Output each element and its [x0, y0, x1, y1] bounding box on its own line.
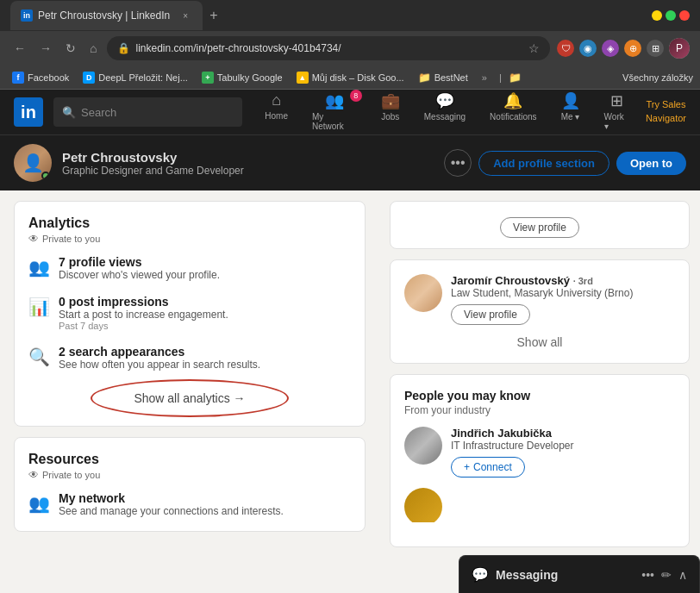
jindrich-avatar-image — [404, 427, 442, 465]
resources-network-item[interactable]: 👥 My network See and manage your connect… — [28, 491, 351, 517]
nav-item-notifications[interactable]: 🔔 Notifications — [478, 90, 548, 138]
jaromir-info: Jaromír Chroustovský · 3rd Law Student, … — [451, 274, 675, 325]
bookmark-facebook-label: Facebook — [28, 72, 69, 83]
messaging-icon: 💬 — [435, 91, 454, 110]
my-network-label: My network — [59, 491, 284, 505]
messaging-more-icon[interactable]: ••• — [641, 568, 654, 582]
home-button[interactable]: ⌂ — [86, 38, 100, 59]
post-impressions-sub: Past 7 days — [59, 321, 228, 331]
ext-icon-1[interactable]: 🛡 — [557, 40, 574, 57]
nav-item-me[interactable]: 👤 Me ▾ — [549, 90, 592, 138]
bookmark-sheets[interactable]: + Tabulky Google — [197, 70, 288, 85]
jindrich-avatar — [404, 427, 442, 465]
messaging-compose-icon[interactable]: ✏ — [661, 568, 672, 582]
linkedin-nav: in 🔍 Search ⌂ Home 👥 My Network 8 💼 Jo — [0, 90, 700, 134]
bookmark-deepl[interactable]: D DeepL Přeložit: Nej... — [78, 70, 193, 85]
nav-label-notifications: Notifications — [490, 112, 536, 122]
ext-icon-4[interactable]: ⊕ — [624, 40, 641, 57]
linkedin-logo: in — [14, 97, 43, 127]
bookmark-sheets-label: Tabulky Google — [217, 72, 283, 83]
bookmark-star-icon[interactable]: ☆ — [528, 41, 540, 55]
ext-icon-5[interactable]: ⊞ — [647, 40, 664, 57]
all-bookmarks-label[interactable]: Všechny záložky — [622, 72, 693, 83]
messaging-bar-icon: 💬 — [472, 566, 489, 583]
messaging-collapse-icon[interactable]: ∧ — [678, 568, 687, 582]
ext-icon-2[interactable]: ◉ — [579, 40, 597, 57]
nav-item-home[interactable]: ⌂ Home — [253, 90, 300, 138]
show-all-button[interactable]: Show all — [404, 335, 675, 349]
jindrich-info: Jindřich Jakubička IT Infrastructure Dev… — [451, 427, 675, 478]
view-profile-top-button[interactable]: View profile — [500, 217, 579, 238]
jindrich-name: Jindřich Jakubička — [451, 427, 675, 440]
network-badge: 8 — [350, 90, 362, 102]
jaromir-title: Law Student, Masaryk University (Brno) — [451, 287, 675, 299]
back-button[interactable]: ← — [10, 38, 29, 59]
post-impressions-count: 0 post impressions — [59, 295, 228, 309]
open-to-button[interactable]: Open to — [616, 152, 686, 175]
profile-views-icon: 👥 — [28, 257, 50, 278]
nav-label-home: Home — [265, 111, 288, 121]
ext-icon-3[interactable]: ◈ — [602, 40, 619, 57]
tab-add-button[interactable]: + — [209, 8, 217, 23]
url-bar[interactable]: 🔒 linkedin.com/in/petr-chroustovsky-401b… — [107, 36, 550, 60]
search-appearances-icon: 🔍 — [28, 346, 50, 367]
sheets-favicon: + — [202, 72, 214, 84]
jaromir-name: Jaromír Chroustovský · 3rd — [451, 274, 675, 287]
view-profile-top-card: View profile — [390, 201, 690, 249]
url-text: linkedin.com/in/petr-chroustovsky-401b47… — [135, 42, 523, 54]
network-icon: 👥 — [325, 91, 344, 110]
profile-name: Petr Chroustovsky — [62, 150, 434, 165]
people-from-industry: From your industry — [404, 404, 675, 416]
tab-favicon: in — [21, 9, 33, 22]
search-icon: 🔍 — [62, 106, 76, 119]
linkedin-page: in 🔍 Search ⌂ Home 👥 My Network 8 💼 Jo — [0, 90, 700, 593]
resources-eye-icon: 👁 — [28, 469, 39, 481]
deepl-favicon: D — [83, 72, 95, 84]
forward-button[interactable]: → — [36, 38, 55, 59]
minimize-button[interactable] — [652, 10, 662, 21]
search-bar[interactable]: 🔍 Search — [53, 97, 242, 127]
partial-info — [451, 488, 675, 501]
analytics-search-appearances[interactable]: 🔍 2 search appearances See how often you… — [28, 345, 351, 371]
bookmark-drive[interactable]: ▲ Můj disk – Disk Goo... — [291, 70, 409, 85]
profile-views-count: 7 profile views — [59, 255, 220, 269]
nav-item-work[interactable]: ⊞ Work ▾ — [592, 90, 642, 138]
nav-item-network[interactable]: 👥 My Network 8 — [300, 90, 369, 138]
messaging-actions: ••• ✏ ∧ — [641, 568, 687, 582]
close-button[interactable] — [679, 10, 690, 21]
more-button[interactable]: ••• — [444, 149, 472, 177]
partial-avatar — [404, 488, 442, 522]
lock-icon: 🔒 — [117, 42, 130, 54]
drive-favicon: ▲ — [297, 72, 309, 84]
messaging-bar-label: Messaging — [496, 568, 634, 582]
jindrich-connect-button[interactable]: + Connect — [451, 457, 525, 478]
extension-icons: 🛡 ◉ ◈ ⊕ ⊞ P — [557, 38, 690, 59]
profile-actions: ••• Add profile section Open to — [444, 149, 686, 177]
partial-name — [451, 488, 675, 501]
nav-item-jobs[interactable]: 💼 Jobs — [369, 90, 412, 138]
bookmarks-more-button[interactable]: » — [477, 71, 492, 84]
tab-close-button[interactable]: × — [178, 9, 192, 22]
analytics-profile-views[interactable]: 👥 7 profile views Discover who's viewed … — [28, 255, 351, 281]
refresh-button[interactable]: ↻ — [62, 38, 79, 59]
analytics-post-impressions[interactable]: 📊 0 post impressions Start a post to inc… — [28, 295, 351, 331]
try-sales-navigator[interactable]: Try Sales Navigator — [646, 98, 686, 125]
search-placeholder: Search — [81, 106, 116, 119]
jaromir-view-profile-button[interactable]: View profile — [451, 304, 530, 325]
analytics-card: Analytics 👁 Private to you 👥 7 profile v… — [14, 201, 366, 427]
bookmarks-divider: | — [499, 72, 502, 83]
active-tab[interactable]: in Petr Chroustovsky | LinkedIn × — [10, 1, 203, 30]
nav-item-messaging[interactable]: 💬 Messaging — [412, 90, 478, 138]
maximize-button[interactable] — [666, 10, 676, 21]
browser-profile-icon[interactable]: P — [669, 38, 690, 59]
right-panel: View profile Jaromír Chroustovský · 3rd — [379, 190, 700, 593]
nav-items: ⌂ Home 👥 My Network 8 💼 Jobs 💬 Messaging — [253, 90, 642, 138]
jaromir-avatar — [404, 274, 442, 312]
my-network-desc: See and manage your connections and inte… — [59, 505, 284, 517]
people-card-jaromir: Jaromír Chroustovský · 3rd Law Student, … — [390, 259, 690, 364]
bookmark-facebook[interactable]: f Facebook — [7, 70, 74, 85]
messaging-bar[interactable]: 💬 Messaging ••• ✏ ∧ — [459, 555, 700, 593]
bookmark-bestnet[interactable]: 📁 BestNet — [413, 70, 473, 85]
show-all-analytics-button[interactable]: Show all analytics → — [113, 384, 266, 412]
add-profile-section-button[interactable]: Add profile section — [478, 151, 609, 176]
